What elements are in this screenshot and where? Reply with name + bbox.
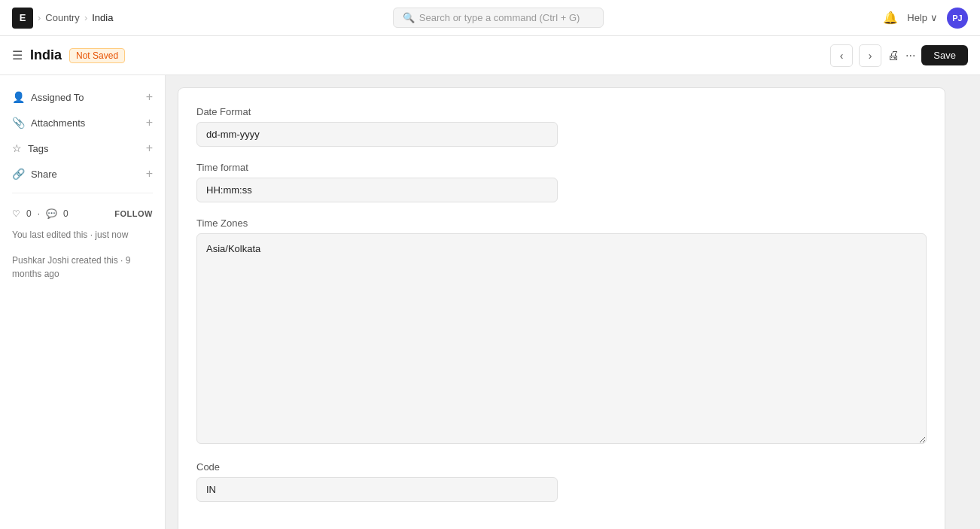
- page-header-left: ☰ India Not Saved: [12, 47, 125, 63]
- last-edited-text: You last edited this · just now: [12, 228, 153, 242]
- share-add-icon[interactable]: +: [146, 167, 153, 181]
- hamburger-icon[interactable]: ☰: [12, 48, 23, 62]
- search-box[interactable]: 🔍 Search or type a command (Ctrl + G): [393, 8, 604, 28]
- search-icon: 🔍: [403, 12, 415, 23]
- share-icon: 🔗: [12, 168, 25, 180]
- breadcrumb-india: India: [92, 12, 113, 23]
- save-button[interactable]: Save: [921, 45, 968, 65]
- follow-button[interactable]: FOLLOW: [114, 209, 153, 218]
- attachments-label: Attachments: [31, 117, 85, 129]
- not-saved-badge: Not Saved: [69, 48, 125, 63]
- tags-add-icon[interactable]: +: [146, 141, 153, 155]
- sidebar-item-assigned-to[interactable]: 👤 Assigned To +: [0, 84, 165, 110]
- tags-label: Tags: [28, 143, 48, 154]
- sidebar-item-attachments[interactable]: 📎 Attachments +: [0, 110, 165, 135]
- topbar-center: 🔍 Search or type a command (Ctrl + G): [113, 8, 883, 28]
- time-zones-textarea[interactable]: Asia/Kolkata: [196, 233, 927, 444]
- main-layout: 👤 Assigned To + 📎 Attachments + ☆ Tags +…: [0, 75, 980, 529]
- breadcrumb-sep-1: ›: [38, 12, 41, 23]
- time-format-label: Time format: [196, 162, 927, 173]
- prev-arrow-button[interactable]: ‹: [830, 44, 853, 67]
- bell-icon[interactable]: 🔔: [883, 11, 898, 25]
- sidebar-item-tags[interactable]: ☆ Tags +: [0, 135, 165, 161]
- print-icon[interactable]: 🖨: [887, 49, 899, 62]
- sidebar-divider: [12, 193, 153, 193]
- code-label: Code: [196, 461, 927, 473]
- likes-count: 0: [26, 208, 32, 219]
- attachments-icon: 📎: [12, 117, 25, 129]
- date-format-group: Date Format: [196, 106, 927, 147]
- page-title: India: [30, 47, 62, 63]
- dot-sep: ·: [38, 208, 40, 219]
- page-header: ☰ India Not Saved ‹ › 🖨 ··· Save: [0, 36, 980, 75]
- sidebar: 👤 Assigned To + 📎 Attachments + ☆ Tags +…: [0, 75, 166, 529]
- more-options-icon[interactable]: ···: [905, 49, 915, 62]
- attachments-add-icon[interactable]: +: [146, 116, 153, 129]
- time-format-input[interactable]: [196, 178, 558, 202]
- date-format-input[interactable]: [196, 122, 558, 147]
- topbar-left: E › Country › India: [12, 8, 113, 29]
- likes-row: ♡ 0 · 💬 0 FOLLOW: [12, 208, 153, 219]
- comment-icon[interactable]: 💬: [46, 208, 57, 219]
- share-label: Share: [31, 169, 57, 180]
- time-format-group: Time format: [196, 162, 927, 202]
- breadcrumb-country[interactable]: Country: [45, 12, 80, 23]
- created-by-text: Pushkar Joshi created this · 9 months ag…: [12, 254, 153, 281]
- search-placeholder: Search or type a command (Ctrl + G): [419, 12, 580, 23]
- assigned-to-add-icon[interactable]: +: [146, 90, 153, 104]
- content-area: Date Format Time format Time Zones Asia/…: [166, 75, 980, 529]
- time-zones-group: Time Zones Asia/Kolkata: [196, 217, 927, 446]
- comments-count: 0: [63, 208, 68, 219]
- page-header-right: ‹ › 🖨 ··· Save: [830, 44, 968, 67]
- assigned-to-icon: 👤: [12, 91, 25, 103]
- date-format-label: Date Format: [196, 106, 927, 117]
- help-chevron-icon: ∨: [930, 12, 938, 23]
- tags-icon: ☆: [12, 142, 22, 154]
- help-label: Help: [907, 12, 927, 23]
- code-group: Code: [196, 461, 927, 502]
- form-card: Date Format Time format Time Zones Asia/…: [178, 87, 945, 529]
- topbar-right: 🔔 Help ∨ PJ: [883, 8, 968, 29]
- code-input[interactable]: [196, 477, 558, 502]
- assigned-to-label: Assigned To: [31, 92, 84, 103]
- avatar[interactable]: PJ: [947, 8, 968, 29]
- time-zones-label: Time Zones: [196, 217, 927, 229]
- help-button[interactable]: Help ∨: [907, 12, 938, 23]
- sidebar-meta: ♡ 0 · 💬 0 FOLLOW You last edited this · …: [0, 199, 165, 290]
- app-icon[interactable]: E: [12, 8, 33, 29]
- heart-icon[interactable]: ♡: [12, 208, 20, 219]
- next-arrow-button[interactable]: ›: [859, 44, 881, 67]
- topbar: E › Country › India 🔍 Search or type a c…: [0, 0, 980, 36]
- sidebar-item-share[interactable]: 🔗 Share +: [0, 161, 165, 187]
- breadcrumb-sep-2: ›: [84, 12, 87, 23]
